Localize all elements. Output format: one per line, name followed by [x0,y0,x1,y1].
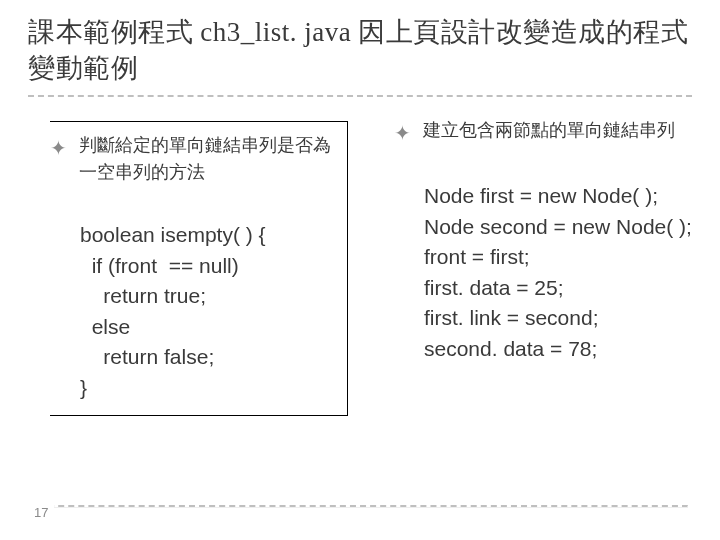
left-column: ✦ 判斷給定的單向鏈結串列是否為一空串列的方法 boolean isempty(… [28,117,348,416]
right-column: ✦ 建立包含兩節點的單向鏈結串列 Node first = new Node( … [388,117,692,416]
footer-divider [28,505,688,508]
left-box: ✦ 判斷給定的單向鏈結串列是否為一空串列的方法 boolean isempty(… [50,121,348,416]
code-line: first. link = second; [424,306,599,329]
slide-container: 課本範例程式 ch3_list. java 因上頁設計改變造成的程式變動範例 ✦… [0,0,720,416]
bullet-icon: ✦ [50,134,67,162]
code-line: boolean isempty( ) { [80,223,266,246]
right-bullet-row: ✦ 建立包含兩節點的單向鏈結串列 [394,117,692,147]
title-divider [28,95,692,97]
right-bullet-text: 建立包含兩節點的單向鏈結串列 [423,117,675,144]
columns: ✦ 判斷給定的單向鏈結串列是否為一空串列的方法 boolean isempty(… [28,117,692,416]
left-bullet-text: 判斷給定的單向鏈結串列是否為一空串列的方法 [79,132,343,186]
code-line: if (front == null) [80,254,239,277]
footer: 17 [28,505,54,520]
code-line: return true; [80,284,206,307]
code-line: second. data = 78; [424,337,597,360]
left-code: boolean isempty( ) { if (front == null) … [80,190,343,403]
code-line: return false; [80,345,214,368]
code-line: Node first = new Node( ); [424,184,658,207]
code-line: first. data = 25; [424,276,564,299]
slide-title: 課本範例程式 ch3_list. java 因上頁設計改變造成的程式變動範例 [28,14,692,93]
code-line: front = first; [424,245,530,268]
left-bullet-row: ✦ 判斷給定的單向鏈結串列是否為一空串列的方法 [50,132,343,186]
page-number: 17 [28,505,54,520]
code-line: else [80,315,130,338]
code-line: } [80,376,87,399]
right-code: Node first = new Node( ); Node second = … [424,151,692,364]
code-line: Node second = new Node( ); [424,215,692,238]
bullet-icon: ✦ [394,119,411,147]
